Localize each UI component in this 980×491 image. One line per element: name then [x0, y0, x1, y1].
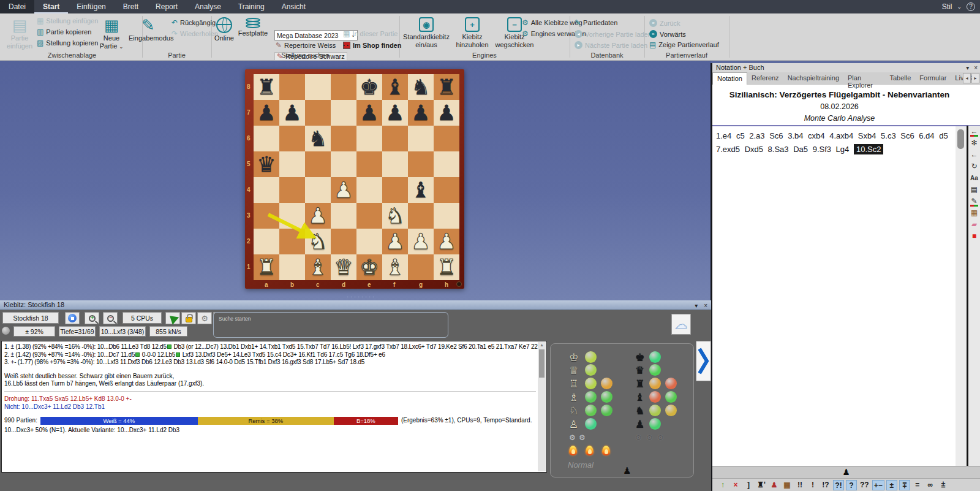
square-d8[interactable] — [331, 74, 356, 100]
white-quality-dot[interactable] — [585, 391, 597, 403]
style-caret-icon[interactable]: ⌄ — [957, 4, 962, 10]
speed-button[interactable]: 855 kN/s — [149, 326, 187, 337]
black-piece-k[interactable]: ♚ — [356, 74, 382, 100]
black-quality-dot[interactable] — [665, 391, 677, 403]
repertoire-white-button[interactable]: ✎ Repertoire Weiss — [276, 42, 336, 49]
square-f3[interactable]: ♞ — [382, 203, 408, 229]
default-kibitzer-button[interactable]: ◉ Standardkiebitz ein/aus — [403, 16, 450, 49]
white-quality-dot[interactable] — [585, 405, 597, 416]
all-kibitzers-off-button[interactable]: ⚙ Alle Kiebitze weg — [522, 19, 582, 26]
white-piece-n[interactable]: ♞ — [305, 229, 331, 254]
tab-notation[interactable]: Notation — [712, 72, 747, 85]
square-c7[interactable] — [305, 100, 331, 126]
board-symbol-icon[interactable]: ▦ — [782, 480, 793, 490]
black-quality-dot[interactable] — [649, 405, 661, 416]
square-h5[interactable] — [434, 151, 459, 177]
tab-referenz[interactable]: Referenz — [747, 72, 783, 85]
square-c4[interactable] — [305, 177, 331, 203]
white-gear-icon[interactable]: ⚙ — [579, 433, 586, 442]
symbol-white-winning[interactable]: +− — [872, 480, 884, 490]
panel-collapse-icon[interactable]: ▾ — [966, 63, 969, 72]
mini-board-icon[interactable]: ▦ — [968, 207, 980, 219]
square-c3[interactable]: ♟ — [305, 203, 331, 229]
tab-tabelle[interactable]: Tabelle — [885, 72, 915, 85]
menu-item-datei[interactable]: Datei — [0, 0, 34, 13]
black-piece-r[interactable]: ♜ — [434, 74, 459, 100]
new-game-button[interactable]: ▦ Neue Partie ⌄ — [97, 16, 126, 51]
black-quality-dot[interactable] — [649, 391, 661, 403]
square-e8[interactable]: ♚ — [356, 74, 382, 100]
square-h2[interactable]: ♟ — [434, 229, 459, 254]
symbol-mistake[interactable]: ? — [846, 480, 857, 490]
engine-close-icon[interactable]: × — [704, 301, 707, 310]
square-c5[interactable] — [305, 151, 331, 177]
square-e4[interactable] — [356, 177, 382, 203]
stop-engine-button[interactable] — [65, 312, 80, 324]
square-c8[interactable] — [305, 74, 331, 100]
white-quality-dot[interactable] — [601, 391, 612, 403]
square-c1[interactable]: ♝ — [305, 254, 331, 280]
square-f1[interactable]: ♝ — [382, 254, 408, 280]
current-move[interactable]: 10.Sc2 — [854, 144, 883, 154]
delete-variation-icon[interactable]: × — [730, 480, 741, 490]
tabs-scroll-left-icon[interactable]: ◂ — [963, 73, 971, 83]
black-piece-n[interactable]: ♞ — [305, 126, 331, 151]
black-quality-dot[interactable] — [649, 364, 661, 376]
black-quality-dot[interactable] — [665, 405, 677, 416]
load-previous-game-button[interactable]: ◂ Vorherige Partie laden — [575, 30, 652, 38]
square-d4[interactable]: ♟ — [331, 177, 356, 203]
square-d5[interactable] — [331, 151, 356, 177]
board-settings-icon[interactable] — [456, 281, 462, 287]
white-piece-b[interactable]: ♝ — [305, 254, 331, 280]
menu-item-start[interactable]: Start — [34, 0, 68, 13]
tabs-scroll-right-icon[interactable]: ▸ — [971, 73, 979, 83]
cloud-engine-button[interactable]: ☁ — [671, 314, 691, 335]
white-piece-p[interactable]: ♟ — [331, 177, 356, 203]
square-f7[interactable]: ♟ — [382, 100, 408, 126]
game-data-button[interactable]: ✎ Partiedaten — [575, 19, 617, 26]
square-e5[interactable] — [356, 151, 382, 177]
square-d6[interactable] — [331, 126, 356, 151]
white-quality-dot[interactable] — [585, 418, 597, 430]
black-quality-dot[interactable] — [649, 351, 661, 363]
square-a7[interactable]: ♟ — [254, 100, 279, 126]
find-in-shop-button[interactable]: Im Shop finden — [343, 42, 401, 49]
square-g6[interactable] — [408, 126, 434, 151]
square-a5[interactable]: ♛ — [254, 151, 279, 177]
white-quality-dot[interactable] — [585, 351, 597, 363]
square-e7[interactable]: ♟ — [356, 100, 382, 126]
square-e2[interactable] — [356, 229, 382, 254]
engine-name-button[interactable]: Stockfish 18 — [2, 312, 59, 324]
history-back-button[interactable]: « Zurück — [649, 19, 680, 27]
menu-item-training[interactable]: Training — [230, 0, 273, 13]
square-b1[interactable] — [279, 254, 305, 280]
back-icon[interactable]: ← — [968, 149, 980, 161]
white-piece-r[interactable]: ♜ — [254, 254, 279, 280]
square-b4[interactable] — [279, 177, 305, 203]
notation-panel-titlebar[interactable]: Notation + Buch ▾ × — [712, 63, 980, 72]
tab-plan-explorer[interactable]: Plan Explorer — [843, 72, 885, 85]
black-piece-p[interactable]: ♟ — [408, 100, 434, 126]
eval-percent-button[interactable]: ± 92% — [13, 326, 55, 337]
symbol-equal[interactable]: = — [912, 480, 923, 490]
square-f5[interactable] — [382, 151, 408, 177]
symbol-interesting[interactable]: !? — [820, 480, 831, 490]
black-move-annotation-icon[interactable]: ♜ʹ — [756, 480, 767, 490]
tab-formular[interactable]: Formular — [915, 72, 951, 85]
black-quality-dot[interactable] — [649, 378, 661, 389]
tab-nachspieltraining[interactable]: Nachspieltraining — [783, 72, 843, 85]
help-icon[interactable]: ? — [967, 2, 975, 11]
square-d7[interactable] — [331, 100, 356, 126]
black-piece-p[interactable]: ♟ — [382, 100, 408, 126]
history-forward-button[interactable]: » Vorwärts — [649, 30, 686, 38]
goto-button[interactable] — [165, 312, 180, 324]
square-g4[interactable]: ♝ — [408, 177, 434, 203]
font-icon[interactable]: Aa — [968, 172, 980, 184]
menu-item-analyse[interactable]: Analyse — [186, 0, 230, 13]
expand-panel-button[interactable] — [696, 341, 711, 381]
black-piece-b[interactable]: ♝ — [408, 177, 434, 203]
promote-variation-icon[interactable]: ↑ — [717, 480, 728, 490]
white-piece-p[interactable]: ♟ — [305, 203, 331, 229]
add-kibitzer-button[interactable]: + Kiebitz hinzuholen — [453, 16, 491, 49]
square-f8[interactable]: ♝ — [382, 74, 408, 100]
